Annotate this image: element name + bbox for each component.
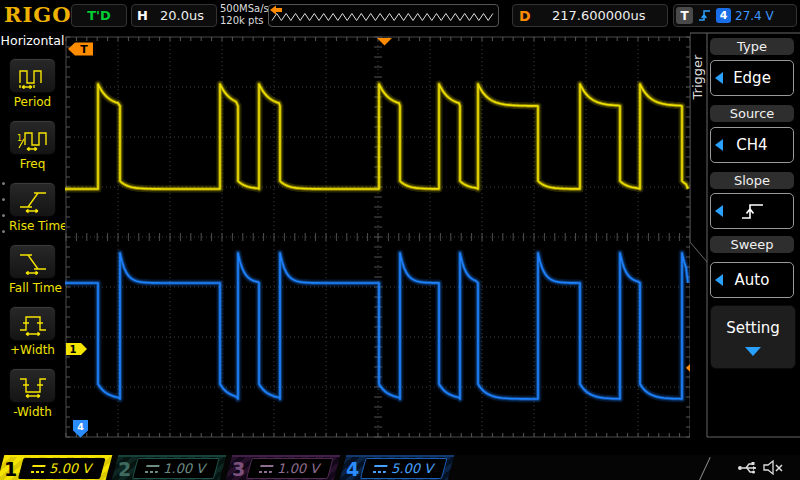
channel-3-label[interactable]: 3 1.00 V xyxy=(226,455,341,480)
menu-button-sweep[interactable]: Auto xyxy=(710,262,794,298)
freq-icon: 1 xyxy=(17,125,49,151)
channel-4-label[interactable]: 4 5.00 V xyxy=(340,455,455,480)
dc-coupling-icon xyxy=(258,464,273,473)
graticule-and-traces: T14T xyxy=(65,30,690,455)
menu-label-source: Source xyxy=(710,105,794,122)
record-preview-waveform xyxy=(269,5,496,26)
acquisition-info: 500MSa/s 120k pts xyxy=(220,3,269,27)
measure-item-minus-width[interactable]: -Width xyxy=(9,368,56,419)
status-bar: RIGOL T'D H 20.0us 500MSa/s 120k pts D 2… xyxy=(0,0,800,31)
sample-rate: 500MSa/s xyxy=(220,3,269,15)
waveform-display: T14T xyxy=(65,30,690,455)
trigger-source-badge: 4 xyxy=(716,8,731,23)
left-arrow-icon xyxy=(715,274,723,286)
dc-coupling-icon xyxy=(372,464,387,473)
trigger-status-badge: T'D xyxy=(71,4,127,27)
svg-text:4: 4 xyxy=(77,421,84,432)
rise-time-icon xyxy=(17,187,49,213)
minus-width-icon xyxy=(17,373,49,399)
trigger-position-marker-left[interactable]: T xyxy=(68,43,93,57)
channel-1-scale: 5.00 V xyxy=(48,461,94,476)
ch1-offset-marker[interactable]: 1 xyxy=(66,343,87,355)
delay-box: D 217.600000us xyxy=(512,4,668,27)
horizontal-value: 20.0us xyxy=(160,8,204,23)
channel-4-scale: 5.00 V xyxy=(390,461,436,476)
oscilloscope-screen: RIGOL T'D H 20.0us 500MSa/s 120k pts D 2… xyxy=(0,0,800,480)
rising-slope-icon xyxy=(736,199,768,223)
measure-item-rise-time[interactable]: Rise Time xyxy=(9,182,56,233)
down-arrow-icon xyxy=(745,347,761,356)
left-arrow-icon xyxy=(715,139,723,151)
svg-text:1: 1 xyxy=(70,344,77,355)
menu-label-slope: Slope xyxy=(710,172,794,189)
menu-label-type: Type xyxy=(710,38,794,55)
measure-sidebar: Horizontal Period 1 Freq Rise Time xyxy=(0,30,65,455)
channel-2-scale: 1.00 V xyxy=(162,461,208,476)
trigger-level-value: 27.4 V xyxy=(735,9,774,23)
channel-2-label[interactable]: 2 1.00 V xyxy=(112,455,227,480)
trigger-tab-label: Trigger xyxy=(690,42,704,112)
trigger-info-box: T 4 27.4 V xyxy=(673,4,797,27)
measure-item-fall-time[interactable]: Fall Time xyxy=(9,244,56,295)
measure-item-freq[interactable]: 1 Freq xyxy=(9,120,56,171)
measure-item-period[interactable]: Period xyxy=(9,58,56,109)
measure-sidebar-title: Horizontal xyxy=(0,30,65,48)
delay-label: D xyxy=(519,8,531,24)
horizontal-scale-box: H 20.0us xyxy=(131,4,217,27)
menu-page-dots xyxy=(2,182,5,246)
delay-value: 217.600000us xyxy=(552,8,646,23)
channel-3-scale: 1.00 V xyxy=(276,461,322,476)
ch4-offset-marker[interactable]: 4 xyxy=(73,420,88,438)
waveform-record-preview xyxy=(268,4,499,27)
menu-button-type[interactable]: Edge xyxy=(710,60,794,96)
trace-ch4 xyxy=(65,253,688,399)
menu-button-setting[interactable]: Setting xyxy=(710,305,796,369)
measure-item-plus-width[interactable]: +Width xyxy=(9,306,56,357)
svg-text:1: 1 xyxy=(17,134,22,143)
plus-width-icon xyxy=(17,311,49,337)
fall-time-icon xyxy=(17,249,49,275)
svg-text:T: T xyxy=(80,43,88,56)
speaker-muted-icon xyxy=(763,459,785,476)
left-arrow-icon xyxy=(715,205,723,217)
trigger-menu: Trigger Type Edge Source CH4 Slope Sweep xyxy=(690,30,800,455)
trigger-label: T xyxy=(676,7,693,24)
status-separator xyxy=(698,457,710,480)
menu-label-sweep: Sweep xyxy=(710,236,794,253)
rising-edge-icon xyxy=(697,8,712,23)
usb-icon xyxy=(737,459,761,476)
trigger-point-marker[interactable] xyxy=(377,38,392,46)
left-arrow-icon xyxy=(715,72,723,84)
channel-status-bar: 1 5.00 V 2 1.00 V 3 1.00 V 4 5.00 V xyxy=(0,455,800,480)
menu-button-slope[interactable] xyxy=(710,193,794,229)
channel-1-label[interactable]: 1 5.00 V xyxy=(0,455,112,480)
trigger-status-text: T'D xyxy=(87,8,111,23)
dc-coupling-icon xyxy=(30,464,45,473)
menu-button-source[interactable]: CH4 xyxy=(710,127,794,163)
memory-depth: 120k pts xyxy=(220,15,269,27)
period-icon xyxy=(17,63,49,89)
record-trigger-position-icon xyxy=(270,6,282,15)
horizontal-label: H xyxy=(137,8,148,23)
dc-coupling-icon xyxy=(144,464,159,473)
